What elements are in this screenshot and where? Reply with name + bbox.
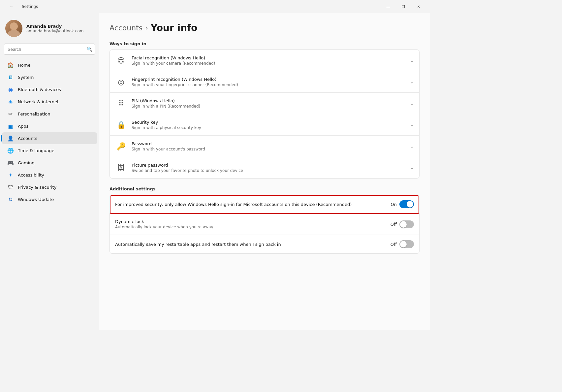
toggle-row-dynamic_lock[interactable]: Dynamic lock Automatically lock your dev… — [110, 214, 419, 235]
sidebar-label-network: Network & internet — [18, 99, 59, 104]
toggle-row-windows_hello_only[interactable]: For improved security, only allow Window… — [110, 195, 419, 214]
user-name: Amanda Brady — [26, 24, 83, 29]
sign-in-title-facial: Facial recognition (Windows Hello) — [132, 55, 406, 60]
sign-in-desc-facial: Sign in with your camera (Recommended) — [132, 61, 406, 66]
sidebar-item-update[interactable]: ↻ Windows Update — [2, 193, 97, 205]
sidebar-item-time[interactable]: 🌐 Time & language — [2, 145, 97, 156]
sidebar-label-privacy: Privacy & security — [18, 185, 56, 190]
chevron-icon-pin: ⌄ — [410, 101, 414, 106]
sidebar-item-personalization[interactable]: ✏ Personalization — [2, 108, 97, 120]
bluetooth-icon: ◉ — [7, 86, 14, 93]
sidebar-label-time: Time & language — [18, 148, 54, 153]
facial-icon: 😊 — [115, 54, 127, 66]
sign-in-row-fingerprint[interactable]: ◎ Fingerprint recognition (Windows Hello… — [110, 71, 419, 93]
sidebar-label-bluetooth: Bluetooth & devices — [18, 87, 61, 92]
security_key-icon: 🔒 — [115, 119, 127, 131]
chevron-icon-password: ⌄ — [410, 144, 414, 149]
sign-in-title-password: Password — [132, 141, 406, 146]
nav-list: 🏠 Home 🖥 System ◉ Bluetooth & devices ◈ … — [0, 59, 99, 206]
sidebar-label-apps: Apps — [18, 124, 28, 129]
back-button[interactable]: ← — [4, 1, 19, 12]
password-icon: 🔑 — [115, 140, 127, 152]
svg-point-0 — [7, 30, 21, 37]
ways-to-sign-in-label: Ways to sign in — [109, 41, 420, 46]
sign-in-title-fingerprint: Fingerprint recognition (Windows Hello) — [132, 77, 406, 82]
sidebar-item-privacy[interactable]: 🛡 Privacy & security — [2, 181, 97, 193]
sign-in-row-password[interactable]: 🔑 Password Sign in with your account's p… — [110, 136, 419, 157]
sidebar-label-gaming: Gaming — [18, 160, 35, 165]
sign-in-row-picture_password[interactable]: 🖼 Picture password Swipe and tap your fa… — [110, 157, 419, 178]
sign-in-desc-password: Sign in with your account's password — [132, 147, 406, 151]
sidebar-item-system[interactable]: 🖥 System — [2, 71, 97, 83]
breadcrumb: Accounts › Your info — [109, 22, 420, 33]
sidebar-label-home: Home — [18, 63, 30, 68]
sign-in-desc-pin: Sign in with a PIN (Recommended) — [132, 104, 406, 109]
gaming-icon: 🎮 — [7, 159, 14, 166]
sign-in-desc-security_key: Sign in with a physical security key — [132, 125, 406, 130]
additional-settings-label: Additional settings — [109, 186, 420, 191]
sidebar-item-bluetooth[interactable]: ◉ Bluetooth & devices — [2, 83, 97, 95]
additional-settings-list: For improved security, only allow Window… — [109, 195, 420, 254]
chevron-icon-facial: ⌄ — [410, 58, 414, 63]
toggle-switch-auto_save_apps[interactable] — [399, 240, 414, 248]
pin-icon: ⠿ — [115, 97, 127, 109]
breadcrumb-separator: › — [145, 24, 148, 32]
sidebar-label-accounts: Accounts — [18, 136, 37, 141]
toggle-switch-windows_hello_only[interactable] — [399, 200, 414, 208]
sidebar-item-accessibility[interactable]: ✦ Accessibility — [2, 169, 97, 181]
sidebar-item-apps[interactable]: ▣ Apps — [2, 120, 97, 132]
sidebar-item-gaming[interactable]: 🎮 Gaming — [2, 157, 97, 169]
sign-in-desc-picture_password: Swipe and tap your favorite photo to unl… — [132, 168, 406, 173]
picture_password-icon: 🖼 — [115, 162, 127, 174]
additional-settings-section: Additional settings For improved securit… — [109, 186, 420, 254]
update-icon: ↻ — [7, 196, 14, 203]
network-icon: ◈ — [7, 98, 14, 105]
chevron-icon-picture_password: ⌄ — [410, 165, 414, 170]
personalization-icon: ✏ — [7, 111, 14, 117]
sidebar-item-accounts[interactable]: 👤 Accounts — [2, 132, 97, 144]
user-email: amanda.brady@outlook.com — [26, 29, 83, 33]
home-icon: 🏠 — [7, 62, 14, 68]
minimize-button[interactable]: — — [381, 1, 396, 12]
sign-in-row-facial[interactable]: 😊 Facial recognition (Windows Hello) Sig… — [110, 50, 419, 71]
sign-in-title-picture_password: Picture password — [132, 163, 406, 168]
toggle-switch-dynamic_lock[interactable] — [399, 220, 414, 228]
user-info: Amanda Brady amanda.brady@outlook.com — [26, 24, 83, 33]
title-bar: ← Settings — ❐ ✕ — [0, 0, 430, 13]
fingerprint-icon: ◎ — [115, 76, 127, 88]
toggle-label-dynamic_lock: Off — [390, 222, 397, 227]
privacy-icon: 🛡 — [7, 184, 14, 190]
sign-in-row-pin[interactable]: ⠿ PIN (Windows Hello) Sign in with a PIN… — [110, 93, 419, 114]
sidebar-label-system: System — [18, 75, 34, 80]
title-bar-title: Settings — [22, 4, 38, 9]
toggle-title-auto_save_apps: Automatically save my restartable apps a… — [115, 242, 383, 247]
sign-in-title-security_key: Security key — [132, 120, 406, 125]
search-input[interactable] — [4, 44, 95, 55]
sidebar: Amanda Brady amanda.brady@outlook.com 🔍 … — [0, 13, 99, 330]
sidebar-label-personalization: Personalization — [18, 112, 50, 116]
chevron-icon-fingerprint: ⌄ — [410, 79, 414, 84]
toggle-row-auto_save_apps[interactable]: Automatically save my restartable apps a… — [110, 235, 419, 253]
main-content: Accounts › Your info Ways to sign in 😊 F… — [99, 13, 430, 330]
time-icon: 🌐 — [7, 147, 14, 154]
sidebar-label-accessibility: Accessibility — [18, 173, 44, 178]
toggle-title-windows_hello_only: For improved security, only allow Window… — [115, 202, 383, 207]
sign-in-methods-list: 😊 Facial recognition (Windows Hello) Sig… — [109, 49, 420, 179]
chevron-icon-security_key: ⌄ — [410, 122, 414, 127]
sidebar-item-network[interactable]: ◈ Network & internet — [2, 96, 97, 108]
sidebar-item-home[interactable]: 🏠 Home — [2, 59, 97, 71]
close-button[interactable]: ✕ — [411, 1, 426, 12]
accounts-icon: 👤 — [7, 135, 14, 142]
breadcrumb-parent[interactable]: Accounts — [109, 24, 142, 32]
user-profile[interactable]: Amanda Brady amanda.brady@outlook.com — [0, 16, 99, 44]
app-container: Amanda Brady amanda.brady@outlook.com 🔍 … — [0, 13, 430, 330]
maximize-button[interactable]: ❐ — [396, 1, 411, 12]
toggle-label-auto_save_apps: Off — [390, 242, 397, 247]
toggle-desc-dynamic_lock: Automatically lock your device when you'… — [115, 225, 383, 229]
search-box: 🔍 — [4, 44, 95, 55]
system-icon: 🖥 — [7, 74, 14, 81]
toggle-label-windows_hello_only: On — [390, 202, 397, 207]
toggle-title-dynamic_lock: Dynamic lock — [115, 219, 383, 224]
svg-point-1 — [10, 22, 18, 30]
sign-in-row-security_key[interactable]: 🔒 Security key Sign in with a physical s… — [110, 114, 419, 136]
